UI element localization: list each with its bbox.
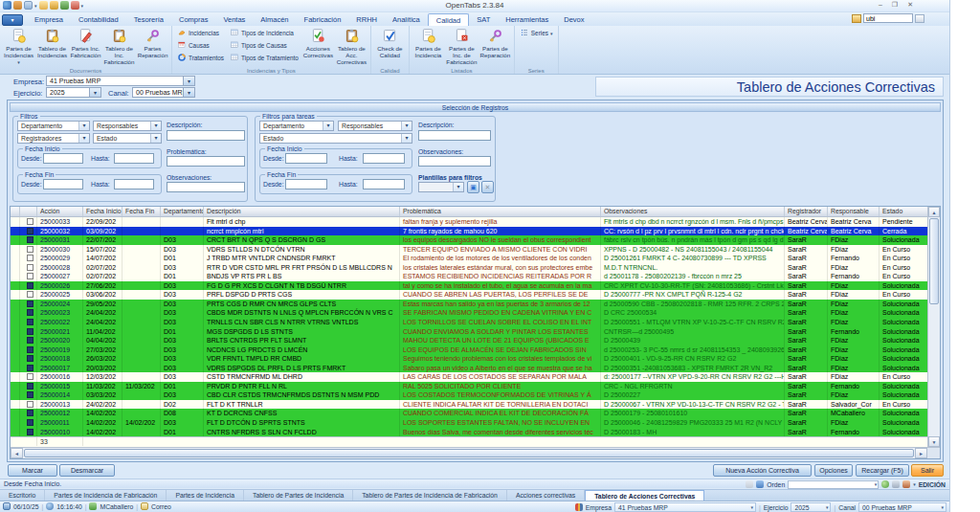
- row-checkbox[interactable]: [27, 218, 33, 225]
- document-tab-acciones-correctivas[interactable]: Acciones correctivas: [507, 490, 585, 501]
- table-row[interactable]: 2500001720/03/202D03VDRS DSPGDS DL PRFL …: [11, 364, 927, 373]
- ribbon-button-tablero-de-inc-fabricacion[interactable]: Tablero de Inc. Fabricación: [102, 27, 136, 66]
- menu-tab-analitica[interactable]: Analítica: [385, 13, 428, 26]
- menu-tab-tesoreria[interactable]: Tesorería: [126, 13, 171, 26]
- scroll-up-icon[interactable]: ▲: [928, 207, 940, 217]
- row-checkbox[interactable]: [27, 391, 33, 398]
- task-descripcion-input[interactable]: [418, 130, 491, 141]
- maximize-button[interactable]: ❐: [892, 1, 898, 9]
- ribbon-button-tratamientos[interactable]: Tratamientos: [174, 52, 227, 64]
- row-checkbox[interactable]: [27, 346, 33, 353]
- fecha-inicio-desde-input[interactable]: [43, 153, 83, 164]
- scroll-down-icon[interactable]: ▼: [928, 436, 940, 447]
- row-checkbox[interactable]: [27, 365, 33, 371]
- filter-registradores-select[interactable]: Registradores: [17, 133, 90, 144]
- ribbon-button-tablero-de-acc-correctivas[interactable]: Tablero de Acc. Correctivas: [335, 27, 368, 66]
- table-row[interactable]: 2500002111/04/202D01MGS DSPGDS D LS STNT…: [11, 327, 927, 337]
- menu-tab-sat[interactable]: SAT: [469, 13, 498, 26]
- column-header-descripcion[interactable]: Descripción: [204, 207, 400, 216]
- row-checkbox[interactable]: [27, 401, 33, 408]
- row-checkbox[interactable]: [27, 429, 33, 435]
- table-row[interactable]: 2500002224/04/202D03TRNLLS CLN SBR CLS N…: [11, 318, 927, 327]
- document-tab-partes-de-incidencia[interactable]: Partes de Incidencia: [167, 490, 244, 501]
- marcar-button[interactable]: Marcar: [8, 464, 57, 477]
- statusbar-ejercicio-select[interactable]: 2025: [791, 502, 831, 512]
- row-checkbox[interactable]: [27, 273, 33, 279]
- ribbon-button-tipos-de-tratamiento[interactable]: Tipos de Tratamiento: [227, 52, 301, 64]
- column-header-fecha-fin[interactable]: Fecha Fin: [122, 207, 161, 216]
- ribbon-button-tipos-de-causas[interactable]: Tipos de Causas: [227, 39, 301, 52]
- observaciones-input[interactable]: [167, 182, 245, 192]
- descripcion-input[interactable]: [167, 130, 245, 141]
- salir-button[interactable]: Salir: [911, 464, 944, 477]
- ribbon-button-partes-de-incidencias[interactable]: Partes de Incidencias ▾: [2, 27, 35, 66]
- table-row[interactable]: 2500002324/04/202D03CBDS MDR DSTNTS N LN…: [11, 308, 927, 318]
- refresh-globe-icon[interactable]: [881, 480, 889, 488]
- menu-tab-fabricacion[interactable]: Fabricación: [297, 13, 349, 26]
- task-estado-select[interactable]: Estado: [259, 133, 412, 144]
- table-row[interactable]: 2500001214/02/202D08KT D DCRCNS CNFSSCUA…: [11, 409, 927, 418]
- table-row[interactable]: 2500001014/02/202D01CNTRS NFRDRS S SLN C…: [11, 428, 927, 437]
- application-menu-button[interactable]: ▾: [2, 14, 23, 26]
- horizontal-scrollbar[interactable]: ◄ ►: [11, 447, 940, 458]
- ribbon-button-acciones-correctivas[interactable]: Acciones Correctivas: [301, 27, 335, 66]
- nueva-accion-correctiva-button[interactable]: Nueva Acción Correctiva: [713, 464, 812, 477]
- table-row[interactable]: 2500001927/03/202D03NCDNCS LG PRDCTS D L…: [11, 345, 927, 355]
- filter-responsables-select[interactable]: Responsables: [93, 121, 162, 131]
- menu-tab-compras[interactable]: Compras: [171, 13, 215, 26]
- statusbar-empresa-select[interactable]: 41 Pruebas MRP: [614, 502, 756, 512]
- table-row[interactable]: 2500002914/07/202D01J TRBD MTR VNTLDR CN…: [11, 254, 927, 263]
- table-row[interactable]: 2500002429/05/202D03PRTS CGS D RMR CN MR…: [11, 300, 927, 309]
- table-row[interactable]: 2500001511/03/20211/03/202D01PRVDR D PNT…: [11, 382, 927, 391]
- table-row[interactable]: 2500001826/03/202D03VDR FRNTL TMPLD RR C…: [11, 354, 927, 364]
- menu-tab-rrhh[interactable]: RRHH: [348, 13, 385, 26]
- table-row[interactable]: 2500001403/03/202D03CBD CLR CSTDS TRMCNF…: [11, 390, 927, 400]
- column-header-departamento[interactable]: Departamento: [161, 207, 204, 216]
- menu-tab-ventas[interactable]: Ventas: [215, 13, 253, 26]
- table-row[interactable]: 2500003203/09/202ncrrct mnplcón mtrl7 fr…: [11, 227, 927, 236]
- minimize-button[interactable]: –: [879, 1, 882, 9]
- horizontal-scroll-thumb[interactable]: [24, 449, 914, 457]
- document-tab-partes-de-incidencia-de-fabricacion[interactable]: Partes de Incidencia de Fabricación: [45, 490, 167, 501]
- ribbon-button-tablero-de-incidencias[interactable]: Tablero de Incidencias: [35, 27, 69, 66]
- task-fecha-inicio-hasta-input[interactable]: [363, 153, 405, 164]
- column-header-registrador[interactable]: Registrador: [785, 207, 828, 216]
- row-checkbox[interactable]: [27, 337, 33, 344]
- row-checkbox[interactable]: [27, 264, 33, 271]
- problematica-input[interactable]: [167, 156, 245, 167]
- menu-tab-calidad[interactable]: Calidad: [428, 13, 469, 26]
- document-tab-escritorio[interactable]: Escritorio: [0, 490, 45, 501]
- document-tab-tablero-de-acciones-correctivas[interactable]: Tablero de Acciones Correctivas: [585, 490, 704, 501]
- row-checkbox[interactable]: [27, 355, 33, 362]
- vertical-scrollbar[interactable]: ▲ ▼: [927, 207, 940, 447]
- row-checkbox[interactable]: [27, 236, 33, 243]
- table-row[interactable]: 2500002627/06/202D03FG D G PR XCS D CLGN…: [11, 281, 927, 291]
- row-checkbox[interactable]: [27, 228, 33, 234]
- ribbon-button-incidencias[interactable]: Incidencias: [174, 27, 227, 39]
- ribbon-button-tipos-de-incidencia[interactable]: Tipos de Incidencia: [227, 27, 301, 39]
- column-header-observaciones[interactable]: Observaciones: [601, 207, 785, 216]
- orden-select[interactable]: [788, 480, 879, 489]
- row-checkbox[interactable]: [27, 255, 33, 261]
- filter-estado-select[interactable]: Estado: [93, 133, 162, 144]
- paperclip-icon[interactable]: [892, 480, 900, 488]
- recargar-button[interactable]: Recargar (F5): [856, 464, 909, 477]
- table-row[interactable]: 2500003122/07/202D03CRCT BRT N QPS Q S D…: [11, 235, 927, 245]
- plantillas-select[interactable]: [418, 182, 464, 192]
- ribbon-button-partes-reparacion[interactable]: Partes Reparación: [136, 27, 169, 66]
- menu-tab-herramientas[interactable]: Herramientas: [498, 13, 556, 26]
- open-folder-icon[interactable]: [852, 14, 861, 23]
- column-header-responsable[interactable]: Responsable: [828, 207, 880, 216]
- menu-tab-almacen[interactable]: Almacén: [253, 13, 296, 26]
- table-row[interactable]: 2500002702/07/202D01BNDJS VP RTS PR L BS…: [11, 272, 927, 281]
- row-checkbox[interactable]: [27, 410, 33, 416]
- ribbon-button-partes-de-reparacion[interactable]: Partes de Reparación: [479, 27, 512, 66]
- vertical-scroll-thumb[interactable]: [929, 218, 939, 304]
- column-header-problematica[interactable]: Problemática: [400, 207, 601, 216]
- ribbon-button-partes-de-inc-de-fabricacion[interactable]: Partes de Inc. de Fabricación: [445, 27, 479, 66]
- document-tab-tablero-de-partes-de-incidencia[interactable]: Tablero de Partes de Incidencia: [244, 490, 353, 501]
- row-checkbox[interactable]: [27, 291, 33, 298]
- ribbon-button-causas[interactable]: Causas: [174, 39, 227, 52]
- column-header-fecha-inicio[interactable]: Fecha Inicio: [83, 207, 122, 216]
- row-checkbox[interactable]: [27, 373, 33, 380]
